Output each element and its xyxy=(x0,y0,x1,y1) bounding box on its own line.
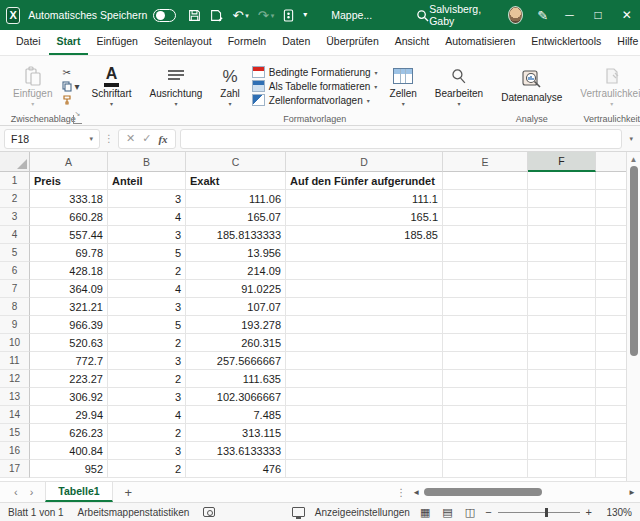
cell-a17[interactable]: 952 xyxy=(30,460,108,478)
cell-e5[interactable] xyxy=(443,244,528,262)
cell-c5[interactable]: 13.956 xyxy=(186,244,286,262)
cell-styles-button[interactable]: Zellenformatvorlagen ▾ xyxy=(252,94,378,106)
cell-g13[interactable] xyxy=(596,388,626,406)
cell-c2[interactable]: 111.06 xyxy=(186,190,286,208)
cell-g16[interactable] xyxy=(596,442,626,460)
redo-dropdown-icon[interactable]: ▾ xyxy=(271,12,275,19)
cell-a10[interactable]: 520.63 xyxy=(30,334,108,352)
cell-d5[interactable] xyxy=(286,244,443,262)
number-button[interactable]: % Zahl ▾ xyxy=(214,64,245,108)
select-all-corner[interactable] xyxy=(0,152,30,172)
redo-icon[interactable]: ↷▾ xyxy=(258,9,274,22)
row-header-12[interactable]: 12 xyxy=(0,370,30,388)
cell-g14[interactable] xyxy=(596,406,626,424)
row-header-5[interactable]: 5 xyxy=(0,244,30,262)
cell-d13[interactable] xyxy=(286,388,443,406)
cell-e2[interactable] xyxy=(443,190,528,208)
cell-g12[interactable] xyxy=(596,370,626,388)
ribbon-tab-formeln[interactable]: Formeln xyxy=(220,30,275,55)
zoom-slider-thumb[interactable] xyxy=(545,508,548,517)
cell-g5[interactable] xyxy=(596,244,626,262)
maximize-button[interactable]: □ xyxy=(591,8,606,22)
cell-b6[interactable]: 2 xyxy=(108,262,186,280)
document-title[interactable]: Mappe... xyxy=(331,9,372,21)
cell-b12[interactable]: 2 xyxy=(108,370,186,388)
ribbon-tab-start[interactable]: Start xyxy=(49,30,89,55)
display-settings-button[interactable]: Anzeigeeinstellungen xyxy=(315,507,410,518)
cell-g3[interactable] xyxy=(596,208,626,226)
minimize-button[interactable]: ─ xyxy=(562,8,577,22)
cell-g7[interactable] xyxy=(596,280,626,298)
vertical-scroll-thumb[interactable] xyxy=(630,166,638,356)
format-as-table-button[interactable]: Als Tabelle formatieren ▾ xyxy=(252,80,378,92)
row-header-10[interactable]: 10 xyxy=(0,334,30,352)
cell-d9[interactable] xyxy=(286,316,443,334)
clipboard-dialog-launcher-icon[interactable] xyxy=(73,115,82,124)
cell-d15[interactable] xyxy=(286,424,443,442)
sensitivity-button[interactable]: Vertraulichkeit ▾ xyxy=(574,64,640,108)
cell-g9[interactable] xyxy=(596,316,626,334)
cell-f1[interactable] xyxy=(528,172,596,190)
vertical-scrollbar[interactable]: ▲ xyxy=(626,152,640,481)
cell-d14[interactable] xyxy=(286,406,443,424)
cell-d7[interactable] xyxy=(286,280,443,298)
page-break-view-icon[interactable]: ◫ xyxy=(465,506,475,519)
qat-customize-icon[interactable]: ▾ xyxy=(303,11,307,19)
name-box-dropdown-icon[interactable]: ▾ xyxy=(89,135,93,143)
cell-f12[interactable] xyxy=(528,370,596,388)
cell-f10[interactable] xyxy=(528,334,596,352)
ribbon-tab-entwicklertools[interactable]: Entwicklertools xyxy=(523,30,609,55)
row-header-7[interactable]: 7 xyxy=(0,280,30,298)
cell-d16[interactable] xyxy=(286,442,443,460)
row-header-15[interactable]: 15 xyxy=(0,424,30,442)
cell-b14[interactable]: 4 xyxy=(108,406,186,424)
user-name[interactable]: Salvisberg, Gaby xyxy=(429,3,494,27)
paste-dropdown-icon[interactable]: ▾ xyxy=(31,100,34,107)
cell-a5[interactable]: 69.78 xyxy=(30,244,108,262)
paste-button[interactable]: Einfügen ▾ xyxy=(7,64,58,108)
cell-c4[interactable]: 185.8133333 xyxy=(186,226,286,244)
cell-f16[interactable] xyxy=(528,442,596,460)
ribbon-tab-ansicht[interactable]: Ansicht xyxy=(387,30,437,55)
cells-button[interactable]: Zellen ▾ xyxy=(384,64,423,108)
row-header-3[interactable]: 3 xyxy=(0,208,30,226)
cell-a15[interactable]: 626.23 xyxy=(30,424,108,442)
row-header-13[interactable]: 13 xyxy=(0,388,30,406)
cell-e3[interactable] xyxy=(443,208,528,226)
row-header-2[interactable]: 2 xyxy=(0,190,30,208)
cell-b10[interactable]: 2 xyxy=(108,334,186,352)
cell-g11[interactable] xyxy=(596,352,626,370)
cell-c7[interactable]: 91.0225 xyxy=(186,280,286,298)
cell-c3[interactable]: 165.07 xyxy=(186,208,286,226)
avatar[interactable] xyxy=(508,6,523,24)
cell-c12[interactable]: 111.635 xyxy=(186,370,286,388)
cell-e17[interactable] xyxy=(443,460,528,478)
autosave-toggle[interactable] xyxy=(153,9,176,22)
search-icon[interactable] xyxy=(416,9,429,22)
next-sheet-icon[interactable]: › xyxy=(30,486,34,498)
cell-b16[interactable]: 3 xyxy=(108,442,186,460)
undo-dropdown-icon[interactable]: ▾ xyxy=(245,12,249,19)
cell-e6[interactable] xyxy=(443,262,528,280)
column-header-c[interactable]: C xyxy=(186,152,286,172)
cell-b17[interactable]: 2 xyxy=(108,460,186,478)
copy-button[interactable]: ▾ xyxy=(62,81,79,92)
formula-bar-handle-icon[interactable]: ⋮ xyxy=(104,133,114,144)
alignment-button[interactable]: Ausrichtung ▾ xyxy=(144,64,209,108)
cell-c1[interactable]: Exakt xyxy=(186,172,286,190)
zoom-in-icon[interactable]: + xyxy=(586,506,592,518)
horizontal-scrollbar[interactable] xyxy=(424,488,624,497)
cell-e14[interactable] xyxy=(443,406,528,424)
cell-f7[interactable] xyxy=(528,280,596,298)
cell-b2[interactable]: 3 xyxy=(108,190,186,208)
excel-logo-icon[interactable]: X xyxy=(6,7,20,24)
cell-a16[interactable]: 400.84 xyxy=(30,442,108,460)
conditional-formatting-button[interactable]: Bedingte Formatierung ▾ xyxy=(252,66,378,78)
cell-b1[interactable]: Anteil xyxy=(108,172,186,190)
cell-e7[interactable] xyxy=(443,280,528,298)
cell-g6[interactable] xyxy=(596,262,626,280)
scroll-right-icon[interactable]: ► xyxy=(628,488,636,497)
cell-f5[interactable] xyxy=(528,244,596,262)
cell-f9[interactable] xyxy=(528,316,596,334)
cell-c16[interactable]: 133.6133333 xyxy=(186,442,286,460)
